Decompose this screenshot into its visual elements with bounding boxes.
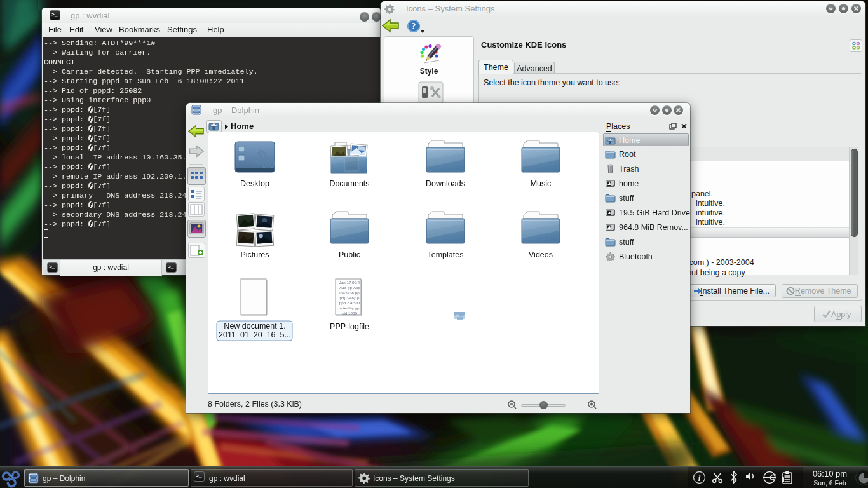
svg-text:Public: Public	[339, 250, 360, 259]
svg-text:Documents: Documents	[329, 179, 369, 188]
svg-text:Videos: Videos	[529, 250, 553, 259]
svg-text:i: i	[698, 473, 701, 483]
svg-text:uid 1000: uid 1000	[342, 311, 357, 315]
svg-text:ire-5738 pp: ire-5738 pp	[339, 290, 360, 295]
svg-text:Pictures: Pictures	[240, 250, 269, 259]
svg-text:?: ?	[412, 22, 416, 31]
svg-text:Desktop: Desktop	[240, 179, 269, 188]
svg-text:PPP-logfile: PPP-logfile	[330, 322, 369, 331]
svg-text:New document 1.: New document 1.	[224, 322, 285, 330]
svg-text:Jan 17 09:4: Jan 17 09:4	[339, 280, 360, 285]
svg-text:pd[1946]: p: pd[1946]: p	[340, 295, 360, 300]
svg-text:Music: Music	[531, 179, 552, 188]
svg-text:Templates: Templates	[428, 250, 464, 259]
svg-text:ppd 2.4.5 st: ppd 2.4.5 st	[339, 301, 360, 305]
svg-text:arted by gp: arted by gp	[340, 306, 360, 310]
svg-text:7:18 gp-Asp: 7:18 gp-Asp	[339, 285, 360, 290]
svg-text:2011_01_20_16_5...: 2011_01_20_16_5...	[219, 330, 291, 339]
svg-text:Downloads: Downloads	[426, 179, 465, 188]
